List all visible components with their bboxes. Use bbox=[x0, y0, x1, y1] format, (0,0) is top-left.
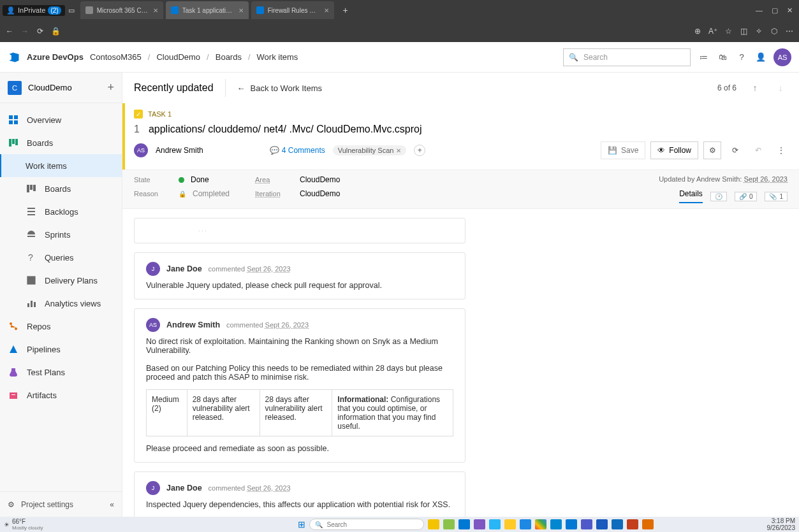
sidebar-item-boards-sub[interactable]: Boards bbox=[0, 177, 122, 200]
user-settings-icon[interactable]: 👤 bbox=[754, 52, 767, 62]
tab-list-icon[interactable]: ▭ bbox=[65, 6, 78, 15]
sidebar-item-overview[interactable]: Overview bbox=[0, 108, 122, 131]
app-icon[interactable] bbox=[458, 519, 470, 529]
sidebar-item-analytics[interactable]: Analytics views bbox=[0, 292, 122, 315]
back-icon[interactable]: ← bbox=[5, 27, 14, 36]
taskbar-apps bbox=[428, 519, 654, 529]
start-button[interactable]: ⊞ bbox=[298, 519, 305, 529]
app-icon[interactable] bbox=[581, 519, 592, 529]
close-icon[interactable]: ✕ bbox=[153, 7, 158, 14]
avatar[interactable]: AS bbox=[773, 48, 791, 66]
app-icon[interactable] bbox=[596, 519, 608, 529]
app-icon[interactable] bbox=[535, 519, 546, 529]
zoom-icon[interactable]: ⊕ bbox=[693, 27, 702, 36]
more-actions-button[interactable]: ⋮ bbox=[772, 141, 790, 159]
discussion-scroll[interactable]: · · · JJane Doecommented Sept 26, 2023 V… bbox=[122, 209, 799, 517]
more-icon[interactable]: ⋯ bbox=[785, 27, 794, 36]
weather-widget[interactable]: ☀ 66°FMostly cloudy bbox=[4, 518, 43, 531]
close-icon[interactable]: ✕ bbox=[238, 7, 244, 14]
new-tab-button[interactable]: + bbox=[337, 5, 355, 15]
refresh-icon[interactable]: ⟳ bbox=[36, 27, 45, 36]
back-to-work-items[interactable]: ←Back to Work Items bbox=[237, 83, 322, 93]
help-icon[interactable]: ? bbox=[735, 52, 748, 62]
browser-tab[interactable]: Firewall Rules Review 26/03/20✕ bbox=[251, 1, 334, 19]
sidebar-item-pipelines[interactable]: Pipelines bbox=[0, 338, 122, 361]
project-settings[interactable]: ⚙ Project settings « bbox=[0, 491, 122, 517]
app-icon[interactable] bbox=[489, 519, 501, 529]
close-window-icon[interactable]: ✕ bbox=[787, 6, 793, 15]
browser-tab[interactable]: Microsoft 365 Certification - Sec✕ bbox=[80, 1, 163, 19]
split-icon[interactable]: ◫ bbox=[739, 27, 748, 36]
minimize-icon[interactable]: — bbox=[756, 6, 763, 15]
app-icon[interactable] bbox=[443, 519, 455, 529]
links-tab[interactable]: 🔗0 bbox=[735, 192, 758, 201]
maximize-icon[interactable]: ▢ bbox=[772, 6, 778, 15]
sidebar-item-test[interactable]: Test Plans bbox=[0, 361, 122, 384]
taskbar-clock[interactable]: 3:18 PM9/26/2023 bbox=[767, 517, 796, 531]
sidebar-item-queries[interactable]: ?Queries bbox=[0, 246, 122, 269]
comment-date[interactable]: Sept 26, 2023 bbox=[247, 484, 291, 492]
sidebar-item-artifacts[interactable]: Artifacts bbox=[0, 384, 122, 406]
app-icon[interactable] bbox=[504, 519, 516, 529]
inprivate-badge: 👤InPrivate (2) bbox=[3, 5, 65, 16]
lock-icon[interactable]: 🔒 bbox=[51, 27, 60, 36]
updated-date[interactable]: Sept 26, 2023 bbox=[744, 175, 788, 183]
breadcrumb[interactable]: CloudDemo bbox=[156, 52, 200, 62]
iteration-value[interactable]: CloudDemo bbox=[300, 189, 340, 198]
search-input[interactable]: 🔍 Search bbox=[563, 48, 691, 66]
app-icon[interactable] bbox=[627, 519, 638, 529]
comment-date[interactable]: Sept 26, 2023 bbox=[265, 321, 309, 329]
filter-icon[interactable]: ≔ bbox=[697, 52, 710, 62]
azure-devops-logo-icon bbox=[8, 51, 20, 64]
prev-item-icon[interactable]: ↑ bbox=[748, 83, 762, 93]
taskbar-search[interactable]: 🔍Search bbox=[309, 519, 424, 530]
tag-chip[interactable]: Vulnerability Scan✕ bbox=[333, 145, 407, 155]
app-icon[interactable] bbox=[566, 519, 577, 529]
collections-icon[interactable]: ✧ bbox=[754, 27, 763, 36]
app-icon[interactable] bbox=[474, 519, 485, 529]
next-item-icon[interactable]: ↓ bbox=[773, 83, 788, 93]
extensions-icon[interactable]: ⬡ bbox=[770, 27, 779, 36]
project-selector[interactable]: C CloudDemo + bbox=[0, 73, 122, 103]
area-value[interactable]: CloudDemo bbox=[300, 175, 340, 184]
app-icon[interactable] bbox=[642, 519, 654, 529]
close-icon[interactable]: ✕ bbox=[324, 7, 329, 14]
sidebar-item-boards[interactable]: Boards bbox=[0, 131, 122, 154]
sidebar-item-sprints[interactable]: Sprints bbox=[0, 223, 122, 246]
app-icon[interactable] bbox=[550, 519, 562, 529]
history-tab[interactable]: 🕑 bbox=[710, 192, 727, 201]
collapse-icon[interactable]: « bbox=[110, 500, 114, 509]
brand-label[interactable]: Azure DevOps bbox=[27, 52, 84, 62]
save-button[interactable]: 💾Save bbox=[601, 141, 645, 159]
comments-link[interactable]: 💬4 Comments bbox=[270, 146, 325, 155]
breadcrumb[interactable]: Boards bbox=[216, 52, 242, 62]
app-icon[interactable] bbox=[612, 519, 623, 529]
org-crumb[interactable]: ContosoM365 bbox=[90, 52, 142, 62]
state-value[interactable]: Done bbox=[191, 175, 209, 184]
attachments-tab[interactable]: 📎1 bbox=[765, 192, 788, 201]
read-aloud-icon[interactable]: A⁺ bbox=[708, 27, 717, 36]
follow-button[interactable]: 👁Follow bbox=[650, 141, 698, 159]
add-icon[interactable]: + bbox=[107, 81, 114, 94]
assigned-to[interactable]: Andrew Smith bbox=[156, 146, 203, 155]
browser-tab[interactable]: Task 1 applications/ clouddemo✕ bbox=[166, 1, 249, 19]
sidebar-item-delivery[interactable]: Delivery Plans bbox=[0, 269, 122, 292]
main: Recently updated ←Back to Work Items 6 o… bbox=[122, 73, 799, 517]
tab-details[interactable]: Details bbox=[679, 189, 703, 203]
refresh-button[interactable]: ⟳ bbox=[726, 141, 744, 159]
sidebar-item-work-items[interactable]: Work items bbox=[0, 154, 122, 177]
comment-date[interactable]: Sept 26, 2023 bbox=[247, 265, 291, 273]
remove-tag-icon[interactable]: ✕ bbox=[396, 147, 401, 154]
breadcrumb[interactable]: Work items bbox=[257, 52, 298, 62]
app-icon[interactable] bbox=[428, 519, 439, 529]
sidebar-item-repos[interactable]: Repos bbox=[0, 315, 122, 338]
add-tag-button[interactable]: + bbox=[414, 145, 425, 156]
forward-icon[interactable]: → bbox=[20, 27, 29, 36]
marketplace-icon[interactable]: 🛍 bbox=[716, 52, 729, 62]
sidebar-item-backlogs[interactable]: Backlogs bbox=[0, 200, 122, 223]
undo-button[interactable]: ↶ bbox=[749, 141, 767, 159]
favorite-icon[interactable]: ☆ bbox=[724, 27, 733, 36]
app-icon[interactable] bbox=[520, 519, 531, 529]
work-item-title[interactable]: applications/ clouddemo/ net4/ .Mvc/ Clo… bbox=[149, 124, 422, 135]
settings-button[interactable]: ⚙ bbox=[703, 141, 721, 159]
